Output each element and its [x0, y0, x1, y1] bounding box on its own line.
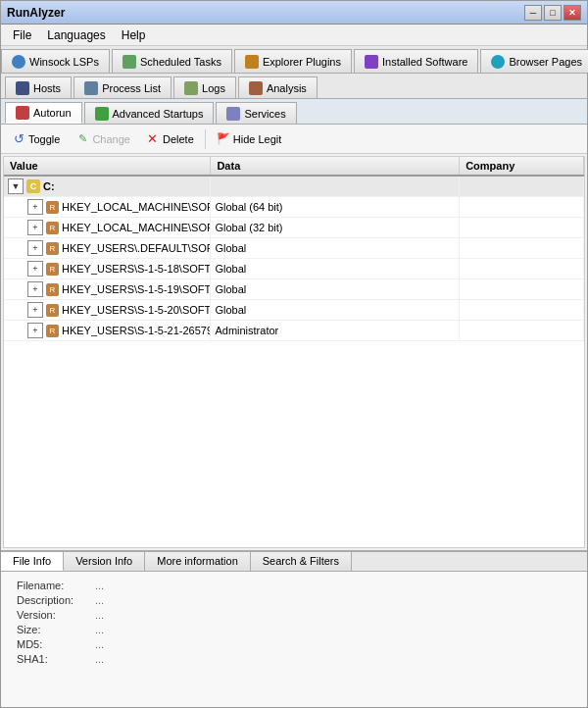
tab-logs[interactable]: Logs	[173, 76, 236, 98]
label-size: Size:	[17, 624, 95, 635]
table-row[interactable]: ▼ C C:	[4, 177, 584, 197]
change-button[interactable]: ✎ Change	[69, 127, 137, 151]
hide-legit-button[interactable]: 🚩 Hide Legit	[210, 127, 289, 151]
tab-advanced[interactable]: Advanced Startups	[84, 102, 215, 124]
tab-explorer[interactable]: Explorer Plugins	[234, 49, 352, 73]
row-value: + R HKEY_LOCAL_MACHINE\SOFTWARE\Microsof…	[4, 218, 211, 237]
row-data: Global (32 bit)	[211, 218, 460, 237]
registry-tree[interactable]: Value Data Company ▼ C C: + R HKEY_LO	[3, 156, 585, 548]
info-row-sha1: SHA1: ...	[17, 653, 571, 665]
minimize-button[interactable]: ─	[524, 5, 542, 21]
row-company	[460, 238, 584, 258]
menu-help[interactable]: Help	[114, 26, 154, 44]
menu-languages[interactable]: Languages	[39, 26, 113, 44]
value-version: ...	[95, 609, 104, 621]
winsock-icon	[12, 55, 25, 69]
services-icon	[226, 107, 240, 121]
row-data: Administrator	[211, 321, 460, 340]
row-value: + R HKEY_LOCAL_MACHINE\SOFTWARE\Microsof…	[4, 197, 211, 217]
content-area: Value Data Company ▼ C C: + R HKEY_LO	[1, 154, 587, 550]
advanced-icon	[95, 107, 109, 121]
row-company	[460, 197, 584, 217]
autorun-icon	[16, 106, 29, 120]
expand-icon[interactable]: +	[27, 240, 43, 256]
table-header: Value Data Company	[4, 157, 584, 177]
analysis-icon	[249, 81, 263, 95]
row-value: + R HKEY_USERS\S-1-5-19\SOFTWARE\Microso…	[4, 279, 211, 299]
column-company: Company	[460, 157, 584, 175]
tab-scheduled[interactable]: Scheduled Tasks	[112, 49, 232, 73]
explorer-icon	[245, 55, 259, 69]
info-panel: File Info Version Info More information …	[1, 550, 587, 707]
expand-icon[interactable]: +	[27, 220, 43, 235]
expand-icon[interactable]: +	[27, 302, 43, 318]
row-company	[460, 218, 584, 237]
row-value: + R HKEY_USERS\S-1-5-21-2657947634-23572…	[4, 321, 211, 340]
tab-autorun[interactable]: Autorun	[5, 102, 82, 124]
software-icon	[365, 55, 378, 69]
table-row[interactable]: + R HKEY_USERS\S-1-5-19\SOFTWARE\Microso…	[4, 279, 584, 300]
info-tabs: File Info Version Info More information …	[1, 552, 587, 572]
tab-browser[interactable]: Browser Pages	[480, 49, 588, 73]
row-data: Global	[211, 279, 460, 299]
table-row[interactable]: + R HKEY_LOCAL_MACHINE\SOFTWARE\Microsof…	[4, 218, 584, 238]
label-description: Description:	[17, 594, 95, 606]
reg-icon: R	[46, 304, 59, 317]
menu-bar: File Languages Help	[1, 25, 587, 46]
column-data: Data	[211, 157, 460, 175]
table-row[interactable]: + R HKEY_USERS\S-1-5-20\SOFTWARE\Microso…	[4, 300, 584, 321]
collapse-icon[interactable]: ▼	[8, 178, 24, 194]
tab-services[interactable]: Services	[216, 102, 296, 124]
drive-icon: C	[26, 179, 40, 193]
action-toolbar: ↺ Toggle ✎ Change ✕ Delete 🚩 Hide Legit	[1, 125, 587, 154]
close-button[interactable]: ✕	[564, 5, 581, 21]
tabs-row3: Autorun Advanced Startups Services	[1, 99, 587, 125]
row-data: Global (64 bit)	[211, 197, 460, 217]
tab-hosts[interactable]: Hosts	[5, 76, 72, 98]
tab-winsock[interactable]: Winsock LSPs	[1, 49, 110, 73]
window-title: RunAlyzer	[7, 6, 65, 20]
tab-software[interactable]: Installed Software	[354, 49, 478, 73]
title-bar: RunAlyzer ─ □ ✕	[1, 1, 587, 25]
maximize-button[interactable]: □	[544, 5, 562, 21]
toggle-button[interactable]: ↺ Toggle	[5, 127, 67, 151]
value-sha1: ...	[95, 653, 104, 665]
delete-button[interactable]: ✕ Delete	[139, 127, 201, 151]
row-company	[460, 259, 584, 278]
main-window: RunAlyzer ─ □ ✕ File Languages Help Wins…	[0, 0, 588, 708]
tab-more-info[interactable]: More information	[145, 552, 251, 571]
info-row-size: Size: ...	[17, 624, 571, 635]
tab-analysis[interactable]: Analysis	[238, 76, 318, 98]
info-row-version: Version: ...	[17, 609, 571, 621]
logs-icon	[184, 81, 198, 95]
tab-search-filters[interactable]: Search & Filters	[251, 552, 352, 571]
root-company	[460, 177, 584, 196]
info-row-filename: Filename: ...	[17, 580, 571, 591]
window-controls: ─ □ ✕	[524, 5, 581, 21]
tab-process[interactable]: Process List	[74, 76, 172, 98]
row-value: + R HKEY_USERS\.DEFAULT\SOFTWARE\Microso…	[4, 238, 211, 258]
table-row[interactable]: + R HKEY_LOCAL_MACHINE\SOFTWARE\Microsof…	[4, 197, 584, 218]
menu-file[interactable]: File	[5, 26, 39, 44]
tabs-row2: Hosts Process List Logs Analysis	[1, 74, 587, 99]
browser-icon	[491, 55, 505, 69]
scheduled-icon	[122, 55, 136, 69]
toolbar-separator	[205, 129, 206, 149]
expand-icon[interactable]: +	[27, 323, 43, 338]
value-md5: ...	[95, 638, 104, 650]
label-version: Version:	[17, 609, 95, 621]
label-filename: Filename:	[17, 580, 95, 591]
reg-icon: R	[46, 201, 59, 214]
tabs-row1: Winsock LSPs Scheduled Tasks Explorer Pl…	[1, 46, 587, 74]
table-row[interactable]: + R HKEY_USERS\S-1-5-18\SOFTWARE\Microso…	[4, 259, 584, 279]
table-row[interactable]: + R HKEY_USERS\.DEFAULT\SOFTWARE\Microso…	[4, 238, 584, 259]
expand-icon[interactable]: +	[27, 261, 43, 277]
reg-icon: R	[46, 325, 59, 337]
tab-version-info[interactable]: Version Info	[64, 552, 145, 571]
expand-icon[interactable]: +	[27, 199, 43, 215]
expand-icon[interactable]: +	[27, 281, 43, 297]
table-row[interactable]: + R HKEY_USERS\S-1-5-21-2657947634-23572…	[4, 321, 584, 341]
row-value: + R HKEY_USERS\S-1-5-20\SOFTWARE\Microso…	[4, 300, 211, 320]
row-data: Global	[211, 259, 460, 278]
tab-file-info[interactable]: File Info	[1, 552, 64, 571]
